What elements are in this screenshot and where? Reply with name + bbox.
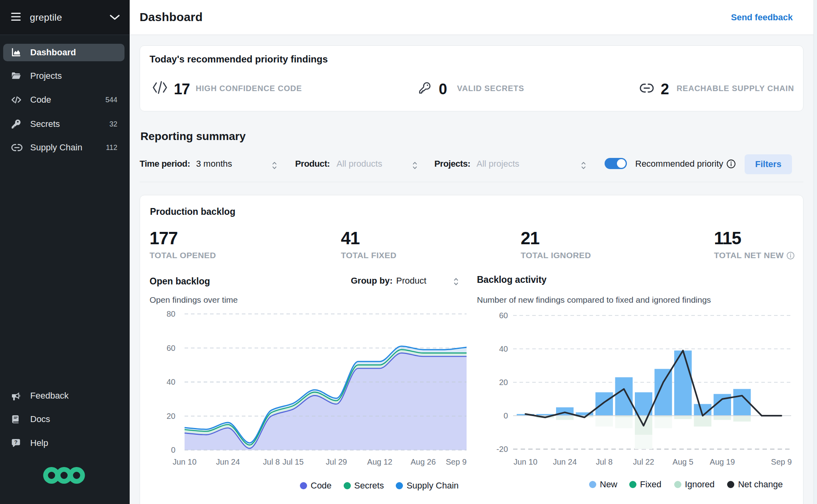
svg-text:Jun 10: Jun 10 [514,457,537,466]
svg-text:40: 40 [499,344,508,353]
svg-text:Jun 24: Jun 24 [216,457,240,466]
svg-text:Jul 29: Jul 29 [326,457,347,466]
svg-text:20: 20 [499,378,508,387]
svg-text:Jun 24: Jun 24 [553,457,577,466]
svg-text:Jun 10: Jun 10 [173,457,196,466]
svg-text:Jul 15: Jul 15 [282,457,303,466]
svg-text:60: 60 [499,311,508,320]
svg-text:80: 80 [167,309,175,318]
svg-text:40: 40 [167,378,175,386]
svg-text:Jul 8: Jul 8 [596,457,613,466]
svg-text:Sep 9: Sep 9 [446,457,467,466]
svg-text:Aug 5: Aug 5 [673,457,693,466]
svg-text:20: 20 [167,412,175,420]
svg-text:-20: -20 [496,445,508,453]
svg-text:Jul 22: Jul 22 [633,457,654,466]
svg-text:Sep 9: Sep 9 [771,457,792,466]
svg-text:0: 0 [504,411,508,420]
svg-text:Aug 12: Aug 12 [367,457,392,466]
svg-text:60: 60 [167,344,175,352]
svg-text:Aug 26: Aug 26 [410,457,436,466]
svg-text:Jul 8: Jul 8 [263,457,280,466]
svg-text:?: ? [14,439,18,445]
svg-text:Aug 19: Aug 19 [710,457,735,466]
svg-text:0: 0 [171,446,175,454]
